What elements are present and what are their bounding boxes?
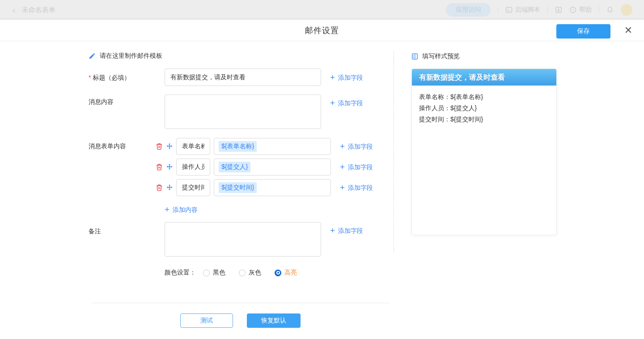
vertical-dashed-divider (394, 51, 394, 252)
field-token: ${提交人} (219, 162, 250, 172)
app-access-button: 应用访问 (446, 3, 491, 17)
move-icon[interactable] (166, 163, 173, 171)
divider (599, 6, 599, 13)
move-icon[interactable] (166, 184, 173, 191)
background-topbar: ‹ 未命名表单 应用访问 后端脚本 ? 帮助 (0, 0, 644, 20)
bell-icon (606, 6, 614, 13)
remark-add-field-link[interactable]: + 添加字段 (330, 226, 363, 235)
row-token-input[interactable]: ${提交时间} (214, 179, 331, 196)
template-hint: 请在这里制作邮件模板 (89, 52, 162, 60)
plus-icon: + (340, 163, 345, 171)
plus-icon: + (330, 227, 335, 235)
title-input[interactable] (165, 69, 321, 86)
preview-section-title: 填写样式预览 (411, 52, 460, 60)
radio-unselected-icon[interactable] (239, 270, 246, 276)
test-button[interactable]: 测试 (180, 313, 233, 328)
row-add-field-link[interactable]: + 添加字段 (340, 163, 373, 172)
row-token-input[interactable]: ${表单名称} (214, 138, 331, 155)
row-token-input[interactable]: ${提交人} (214, 159, 331, 176)
plus-icon: + (340, 184, 345, 192)
message-add-field-link[interactable]: + 添加字段 (330, 99, 363, 107)
remark-textarea[interactable] (165, 222, 321, 257)
radio-unselected-icon[interactable] (203, 270, 210, 276)
plus-icon: + (330, 99, 335, 107)
preview-card-body: 表单名称：${表单名称} 操作人员：${提交人} 提交时间：${提交时间} (412, 86, 556, 131)
document-icon (411, 53, 418, 60)
color-setting-label: 颜色设置： (165, 269, 196, 277)
modal-title: 邮件设置 (305, 25, 339, 36)
help-icon: ? (569, 6, 576, 13)
color-option-black[interactable]: 黑色 (203, 269, 225, 277)
delete-icon[interactable] (156, 184, 163, 191)
modal-header: 邮件设置 (0, 20, 644, 41)
panel-icon (555, 6, 562, 13)
backend-script-button: 后端脚本 (505, 6, 540, 14)
preview-card: 有新数据提交，请及时查看 表单名称：${表单名称} 操作人员：${提交人} 提交… (411, 69, 557, 235)
preview-line: 操作人员：${提交人} (419, 103, 549, 114)
pencil-icon (89, 52, 96, 60)
message-field-label: 消息内容 (89, 97, 114, 106)
delete-icon[interactable] (156, 143, 163, 150)
message-textarea[interactable] (165, 94, 321, 129)
save-button[interactable]: 保存 (556, 24, 610, 39)
svg-text:?: ? (572, 8, 574, 12)
plus-icon: + (340, 142, 345, 150)
field-token: ${表单名称} (219, 141, 257, 152)
help-button: ? 帮助 (569, 6, 592, 14)
template-hint-label: 请在这里制作邮件模板 (100, 52, 162, 60)
form-title-label: 未命名表单 (22, 6, 55, 14)
color-option-highlight[interactable]: 高亮 (275, 269, 297, 277)
divider (547, 6, 548, 13)
form-content-row: ${表单名称} + 添加字段 (0, 138, 394, 155)
restore-default-button[interactable]: 恢复默认 (247, 313, 301, 328)
divider (498, 6, 498, 13)
row-name-input[interactable] (176, 159, 210, 176)
avatar (621, 4, 632, 16)
email-settings-modal: 邮件设置 保存 ✕ 请在这里制作邮件模板 *标题（必填） + 添加字段 消息内容… (0, 20, 644, 339)
preview-line: 提交时间：${提交时间} (419, 114, 549, 125)
remark-field-label: 备注 (89, 227, 101, 236)
row-add-field-link[interactable]: + 添加字段 (340, 183, 373, 192)
color-option-gray[interactable]: 灰色 (239, 269, 261, 277)
back-chevron-icon: ‹ (13, 0, 16, 20)
move-icon[interactable] (166, 143, 173, 150)
radio-selected-icon[interactable] (275, 270, 281, 276)
footer-divider (92, 303, 389, 303)
plus-icon: + (165, 206, 169, 214)
plus-icon: + (330, 73, 335, 82)
row-add-field-link[interactable]: + 添加字段 (340, 142, 373, 151)
field-token: ${提交时间} (219, 182, 257, 193)
row-name-input[interactable] (176, 138, 210, 155)
close-icon[interactable]: ✕ (622, 24, 635, 37)
title-add-field-link[interactable]: + 添加字段 (330, 73, 363, 82)
form-content-row: ${提交时间} + 添加字段 (0, 179, 394, 196)
script-window-icon (505, 6, 513, 13)
title-field-label: *标题（必填） (89, 73, 130, 82)
form-content-row: ${提交人} + 添加字段 (0, 159, 394, 176)
preview-line: 表单名称：${表单名称} (419, 91, 549, 103)
color-setting-row: 颜色设置： 黑色 灰色 高亮 (165, 269, 310, 277)
required-mark: * (89, 74, 91, 81)
row-name-input[interactable] (176, 179, 210, 196)
delete-icon[interactable] (156, 163, 163, 171)
add-content-link[interactable]: + 添加内容 (165, 205, 198, 214)
preview-card-header: 有新数据提交，请及时查看 (412, 69, 556, 86)
